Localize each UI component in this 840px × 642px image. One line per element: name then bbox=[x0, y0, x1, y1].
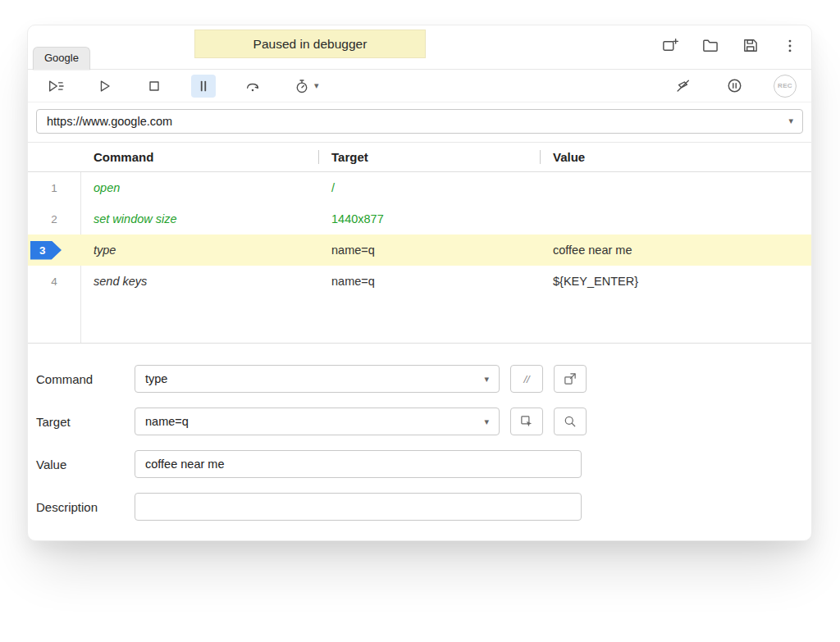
cell-target: 1440x877 bbox=[318, 212, 540, 225]
record-button[interactable]: REC bbox=[774, 75, 797, 98]
table-row-3-current[interactable]: 3 type name=q coffee near me bbox=[28, 234, 811, 266]
stop-icon[interactable] bbox=[142, 75, 167, 98]
cell-target: / bbox=[318, 181, 540, 194]
playback-controls: ▾ bbox=[43, 75, 323, 98]
value-input[interactable] bbox=[135, 450, 582, 478]
cell-command: open bbox=[80, 181, 318, 194]
open-in-window-icon bbox=[563, 371, 578, 386]
command-form-row: Command type ▾ // bbox=[36, 365, 811, 393]
run-current-test-icon[interactable] bbox=[93, 75, 117, 98]
description-form-row: Description bbox=[36, 493, 811, 521]
row-number: 1 bbox=[28, 172, 80, 203]
column-target: Target bbox=[318, 143, 540, 171]
value-form-row: Value bbox=[36, 450, 811, 478]
column-number bbox=[28, 143, 80, 171]
commands-table-header: Command Target Value bbox=[28, 143, 811, 172]
titlebar: Google Paused in debugger bbox=[28, 25, 811, 70]
save-project-icon[interactable] bbox=[742, 37, 759, 54]
command-select[interactable]: type ▾ bbox=[135, 365, 500, 393]
cell-value: coffee near me bbox=[540, 244, 811, 257]
cell-command: type bbox=[80, 244, 318, 257]
find-target-button[interactable] bbox=[554, 408, 587, 435]
commands-table-body: 1 open / 2 set window size 1440x877 3 ty… bbox=[28, 172, 811, 344]
selenium-ide-window: Google Paused in debugger bbox=[27, 25, 812, 541]
base-url-input[interactable] bbox=[36, 109, 803, 134]
column-value: Value bbox=[540, 143, 811, 171]
current-step-marker: 3 bbox=[30, 241, 62, 260]
toggle-comment-button[interactable]: // bbox=[510, 365, 543, 393]
new-project-icon[interactable] bbox=[661, 37, 678, 54]
cell-command: set window size bbox=[80, 212, 318, 225]
chevron-down-icon: ▾ bbox=[314, 81, 319, 90]
playback-toolbar: ▾ REC bbox=[28, 70, 811, 102]
cell-value: ${KEY_ENTER} bbox=[540, 275, 811, 288]
open-project-icon[interactable] bbox=[701, 37, 719, 54]
chevron-down-icon: ▾ bbox=[484, 375, 489, 384]
search-icon bbox=[563, 414, 578, 429]
chevron-down-icon: ▾ bbox=[484, 417, 489, 426]
select-target-button[interactable] bbox=[510, 408, 543, 435]
test-speed-control[interactable]: ▾ bbox=[290, 75, 323, 98]
row-number: 3 bbox=[28, 234, 80, 266]
test-tab-google[interactable]: Google bbox=[33, 47, 90, 70]
table-row-2[interactable]: 2 set window size 1440x877 bbox=[28, 203, 811, 234]
command-label: Command bbox=[36, 372, 135, 386]
command-select-value: type bbox=[145, 372, 167, 385]
target-label: Target bbox=[36, 415, 135, 429]
table-row-4[interactable]: 4 send keys name=q ${KEY_ENTER} bbox=[28, 266, 811, 297]
description-label: Description bbox=[36, 500, 135, 514]
stopwatch-icon bbox=[294, 78, 310, 94]
target-select-value: name=q bbox=[145, 415, 189, 428]
project-actions bbox=[661, 37, 798, 54]
base-url-bar: ▾ bbox=[28, 102, 811, 143]
cell-target: name=q bbox=[318, 244, 540, 257]
command-editor-form: Command type ▾ // Target name=q ▾ bbox=[28, 344, 811, 521]
target-select[interactable]: name=q ▾ bbox=[135, 408, 500, 435]
row-number: 2 bbox=[28, 203, 80, 234]
row-number: 4 bbox=[28, 266, 80, 297]
chevron-down-icon[interactable]: ▾ bbox=[788, 116, 793, 125]
select-target-icon bbox=[519, 414, 534, 429]
more-menu-icon[interactable] bbox=[782, 38, 798, 54]
run-all-tests-icon[interactable] bbox=[43, 75, 68, 98]
paused-in-debugger-banner: Paused in debugger bbox=[194, 30, 426, 58]
target-form-row: Target name=q ▾ bbox=[36, 408, 811, 435]
open-in-window-button[interactable] bbox=[554, 365, 587, 393]
cell-command: send keys bbox=[80, 275, 318, 288]
pause-on-exceptions-icon[interactable] bbox=[722, 74, 747, 98]
description-input[interactable] bbox=[135, 493, 582, 521]
value-label: Value bbox=[36, 458, 135, 471]
debug-controls: REC bbox=[670, 74, 797, 98]
disable-breakpoints-icon[interactable] bbox=[670, 75, 696, 98]
pause-icon[interactable] bbox=[191, 75, 216, 98]
cell-target: name=q bbox=[318, 275, 540, 288]
column-command: Command bbox=[80, 143, 318, 171]
comment-slashes-icon: // bbox=[523, 373, 529, 385]
table-row-1[interactable]: 1 open / bbox=[28, 172, 811, 203]
step-over-icon[interactable] bbox=[240, 75, 265, 98]
